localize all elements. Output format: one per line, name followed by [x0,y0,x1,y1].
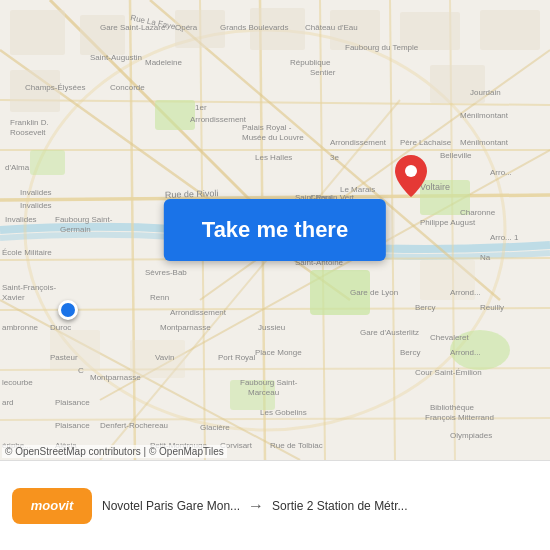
svg-text:C: C [78,366,84,375]
svg-text:3e: 3e [330,153,339,162]
svg-text:Ménilmontant: Ménilmontant [460,138,509,147]
origin-text: Novotel Paris Gare Mon... [102,499,240,513]
svg-text:Bercy: Bercy [415,303,435,312]
svg-text:Olympiades: Olympiades [450,431,492,440]
svg-text:Gare d'Austerlitz: Gare d'Austerlitz [360,328,419,337]
moovit-logo: moovit [12,488,92,524]
svg-text:Glacière: Glacière [200,423,230,432]
svg-text:Invalides: Invalides [20,201,52,210]
svg-text:Saint-François-: Saint-François- [2,283,57,292]
svg-text:1er: 1er [195,103,207,112]
route-info: Novotel Paris Gare Mon... → Sortie 2 Sta… [102,497,538,515]
svg-text:Marceau: Marceau [248,388,279,397]
svg-text:Roosevelt: Roosevelt [10,128,46,137]
svg-text:Jussieu: Jussieu [258,323,285,332]
svg-text:Les Gobelins: Les Gobelins [260,408,307,417]
svg-text:Arrond...: Arrond... [450,348,481,357]
svg-text:Faubourg du Temple: Faubourg du Temple [345,43,419,52]
svg-text:École Militaire: École Militaire [2,248,52,257]
svg-text:Bercy: Bercy [400,348,420,357]
svg-text:Saint-Augustin: Saint-Augustin [90,53,142,62]
svg-rect-26 [30,150,65,175]
svg-text:Germain: Germain [60,225,91,234]
svg-text:Sentier: Sentier [310,68,336,77]
svg-text:Montparnasse: Montparnasse [90,373,141,382]
svg-rect-36 [430,65,485,103]
svg-text:Invalides: Invalides [20,188,52,197]
svg-text:Arro...: Arro... [490,168,512,177]
svg-text:Père Lachaise: Père Lachaise [400,138,452,147]
svg-text:Renn: Renn [150,293,169,302]
svg-text:Arrondissement: Arrondissement [190,115,247,124]
svg-rect-28 [10,10,65,55]
destination-text: Sortie 2 Station de Métr... [272,499,407,513]
svg-text:Belleville: Belleville [440,151,472,160]
svg-text:Pasteur: Pasteur [50,353,78,362]
svg-rect-29 [80,15,125,55]
svg-text:Château d'Eau: Château d'Eau [305,23,358,32]
svg-text:Jourdain: Jourdain [470,88,501,97]
svg-text:Na: Na [480,253,491,262]
svg-text:Place Monge: Place Monge [255,348,302,357]
destination-marker [395,155,427,201]
svg-text:Rue de Tolbiac: Rue de Tolbiac [270,441,323,450]
svg-text:Concorde: Concorde [110,83,145,92]
svg-text:Sèvres-Bab: Sèvres-Bab [145,268,187,277]
take-me-there-button[interactable]: Take me there [164,199,386,261]
svg-text:Philippe August: Philippe August [420,218,476,227]
svg-text:Duroc: Duroc [50,323,71,332]
svg-text:Montparnasse: Montparnasse [160,323,211,332]
svg-text:aison-Blanche: aison-Blanche [290,458,341,460]
svg-text:ard: ard [2,398,14,407]
map-container: Rue de Rivoli Le Marais Père Lachaise Vo… [0,0,550,460]
svg-text:Reuilly: Reuilly [480,303,504,312]
svg-text:Port Royal: Port Royal [218,353,256,362]
svg-text:Palais Royal -: Palais Royal - [242,123,292,132]
svg-text:Madeleine: Madeleine [145,58,182,67]
svg-text:Faubourg Saint-: Faubourg Saint- [55,215,113,224]
arrow-icon: → [248,497,264,515]
svg-text:Arrondissement: Arrondissement [170,308,227,317]
svg-text:Ménilmontant: Ménilmontant [460,111,509,120]
svg-text:Vavin: Vavin [155,353,174,362]
svg-text:Les Halles: Les Halles [255,153,292,162]
svg-text:Arrond...: Arrond... [450,288,481,297]
svg-text:République: République [290,58,331,67]
svg-text:Bibliothèque: Bibliothèque [430,403,475,412]
origin-marker [58,300,78,320]
svg-text:ambronne: ambronne [2,323,39,332]
svg-text:Gare de Lyon: Gare de Lyon [350,288,398,297]
svg-text:Xavier: Xavier [2,293,25,302]
svg-rect-37 [50,330,100,370]
svg-text:François Mitterrand: François Mitterrand [425,413,494,422]
svg-text:Plaisance: Plaisance [55,421,90,430]
moovit-logo-text: moovit [31,498,74,513]
svg-text:d'Alma: d'Alma [5,163,30,172]
svg-text:Faubourg Saint-: Faubourg Saint- [240,378,298,387]
svg-text:Musée du Louvre: Musée du Louvre [242,133,304,142]
svg-text:Cour Saint-Émilion: Cour Saint-Émilion [415,368,482,377]
svg-text:Charonne: Charonne [460,208,496,217]
svg-text:Arro... 1: Arro... 1 [490,233,519,242]
svg-text:Invalides: Invalides [5,215,37,224]
svg-text:Denfert-Rochereau: Denfert-Rochereau [100,421,168,430]
bottom-bar: moovit Novotel Paris Gare Mon... → Sorti… [0,460,550,550]
svg-text:Franklin D.: Franklin D. [10,118,49,127]
svg-text:Chevaleret: Chevaleret [430,333,469,342]
svg-text:Arrondissement: Arrondissement [330,138,387,147]
svg-text:Plaisance: Plaisance [55,398,90,407]
svg-text:lecourbe: lecourbe [2,378,33,387]
svg-point-131 [405,165,417,177]
svg-rect-34 [480,10,540,50]
map-attribution: © OpenStreetMap contributors | © OpenMap… [2,445,227,458]
svg-text:Champs-Élysées: Champs-Élysées [25,83,85,92]
svg-rect-23 [155,100,195,130]
svg-text:Grands Boulevards: Grands Boulevards [220,23,288,32]
